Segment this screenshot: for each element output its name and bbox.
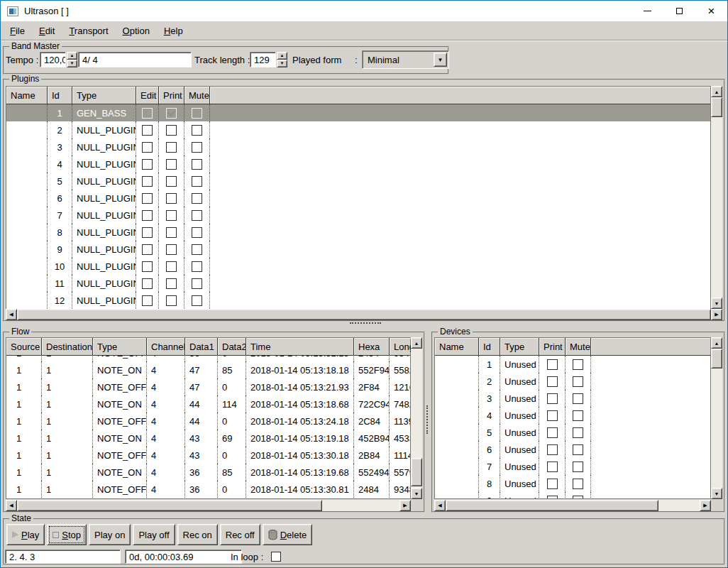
- print-checkbox[interactable]: [547, 444, 558, 455]
- tempo-spin-up-button[interactable]: ▲: [67, 52, 77, 60]
- column-header-source[interactable]: Source: [6, 338, 42, 355]
- edit-checkbox[interactable]: [142, 261, 153, 272]
- column-header-hexa[interactable]: Hexa: [354, 338, 390, 355]
- play-off-button[interactable]: Play off: [133, 524, 175, 545]
- flow-event-row[interactable]: 1 1 NOTE_ON 4 36 85 2018-01-14 05:13:19.…: [6, 464, 410, 481]
- flow-event-row[interactable]: 1 1 NOTE_OFF 4 43 0 2018-01-14 05:13:30.…: [6, 447, 410, 464]
- scrollbar-thumb[interactable]: [711, 349, 722, 368]
- column-header-edit[interactable]: Edit: [136, 87, 159, 104]
- mute-checkbox[interactable]: [192, 210, 202, 221]
- edit-checkbox[interactable]: [142, 159, 153, 170]
- scroll-left-button[interactable]: ◀: [434, 500, 446, 511]
- plugin-row[interactable]: 8 NULL_PLUGIN: [6, 224, 710, 241]
- print-checkbox[interactable]: [166, 227, 177, 238]
- print-checkbox[interactable]: [547, 410, 558, 421]
- column-header-mute[interactable]: Mute: [184, 87, 210, 104]
- print-checkbox[interactable]: [166, 244, 177, 255]
- flow-event-row[interactable]: 1 1 NOTE_ON 4 43 69 2018-01-14 05:13:19.…: [6, 430, 410, 447]
- plugin-row[interactable]: 9 NULL_PLUGIN: [6, 241, 710, 258]
- column-header-id[interactable]: Id: [48, 87, 72, 104]
- flow-event-row[interactable]: 1 1 NOTE_OFF 4 47 0 2018-01-14 05:13:21.…: [6, 378, 410, 395]
- mute-checkbox[interactable]: [192, 227, 202, 238]
- plugin-row[interactable]: 7 NULL_PLUGIN: [6, 207, 710, 224]
- edit-checkbox[interactable]: [142, 295, 153, 306]
- vertical-splitter-handle[interactable]: [426, 405, 429, 434]
- device-row[interactable]: 7 Unused: [435, 458, 710, 475]
- scroll-left-button[interactable]: ◀: [6, 309, 17, 320]
- mute-checkbox[interactable]: [573, 393, 583, 404]
- plugin-row[interactable]: 2 NULL_PLUGIN: [6, 121, 710, 138]
- column-header-mute[interactable]: Mute: [566, 338, 591, 355]
- menu-item-file[interactable]: File: [3, 23, 32, 39]
- mute-checkbox[interactable]: [573, 444, 583, 455]
- print-checkbox[interactable]: [547, 496, 558, 499]
- print-checkbox[interactable]: [166, 176, 177, 187]
- plugin-row[interactable]: 11 NULL_PLUGIN: [6, 275, 710, 292]
- column-header-channel[interactable]: Channel: [147, 338, 185, 355]
- edit-checkbox[interactable]: [142, 193, 153, 204]
- menu-item-edit[interactable]: Edit: [32, 23, 62, 39]
- edit-checkbox[interactable]: [142, 125, 153, 136]
- scroll-down-button[interactable]: ▼: [711, 488, 722, 499]
- scrollbar-track[interactable]: [711, 349, 722, 488]
- print-checkbox[interactable]: [166, 193, 177, 204]
- mute-checkbox[interactable]: [573, 496, 583, 499]
- maximize-button[interactable]: [663, 1, 695, 21]
- column-header-print[interactable]: Print: [539, 338, 566, 355]
- print-checkbox[interactable]: [547, 359, 558, 370]
- column-header-type[interactable]: Type: [72, 87, 136, 104]
- print-checkbox[interactable]: [547, 479, 558, 489]
- device-row[interactable]: 5 Unused: [435, 424, 710, 441]
- column-header-data2[interactable]: Data2: [218, 338, 246, 355]
- edit-checkbox[interactable]: [142, 278, 153, 289]
- print-checkbox[interactable]: [547, 427, 558, 438]
- flow-event-row[interactable]: 1 1 NOTE_OFF 4 36 0 2018-01-14 05:13:32.…: [6, 356, 410, 361]
- menu-item-transport[interactable]: Transport: [62, 23, 115, 39]
- in-loop-checkbox[interactable]: [271, 552, 281, 562]
- scroll-up-button[interactable]: ▲: [411, 337, 422, 349]
- mute-checkbox[interactable]: [192, 159, 202, 170]
- devices-vertical-scrollbar[interactable]: ▲ ▼: [711, 337, 722, 499]
- played-form-select[interactable]: Minimal ▼: [362, 50, 449, 69]
- edit-checkbox[interactable]: [142, 176, 153, 187]
- mute-checkbox[interactable]: [573, 462, 583, 472]
- device-row[interactable]: 9 Unused: [435, 492, 710, 498]
- scrollbar-thumb[interactable]: [711, 97, 722, 117]
- column-header-data1[interactable]: Data1: [185, 338, 218, 355]
- plugin-row[interactable]: 1 GEN_BASS: [6, 104, 710, 121]
- column-header-time[interactable]: Time: [246, 338, 354, 355]
- column-header-destination[interactable]: Destination: [42, 338, 93, 355]
- device-row[interactable]: 6 Unused: [435, 441, 710, 458]
- column-header-print[interactable]: Print: [159, 87, 184, 104]
- print-checkbox[interactable]: [166, 295, 177, 306]
- menu-item-help[interactable]: Help: [157, 23, 190, 39]
- plugin-row[interactable]: 6 NULL_PLUGIN: [6, 190, 710, 207]
- mute-checkbox[interactable]: [192, 193, 202, 204]
- mute-checkbox[interactable]: [573, 359, 583, 370]
- scroll-right-button[interactable]: ▶: [711, 309, 722, 320]
- column-header-name[interactable]: Name: [435, 338, 479, 355]
- minimize-button[interactable]: [632, 1, 663, 21]
- print-checkbox[interactable]: [547, 462, 558, 472]
- device-row[interactable]: 8 Unused: [435, 475, 710, 492]
- scroll-up-button[interactable]: ▲: [711, 337, 722, 349]
- menu-item-option[interactable]: Option: [116, 23, 157, 39]
- track-length-input[interactable]: [250, 52, 276, 67]
- print-checkbox[interactable]: [166, 142, 177, 153]
- close-button[interactable]: ×: [695, 1, 727, 21]
- print-checkbox[interactable]: [166, 159, 177, 170]
- delete-button[interactable]: Delete: [263, 524, 313, 545]
- mute-checkbox[interactable]: [573, 479, 583, 489]
- edit-checkbox[interactable]: [142, 142, 153, 153]
- scroll-down-button[interactable]: ▼: [411, 488, 422, 499]
- track-length-spin-down-button[interactable]: ▼: [277, 60, 287, 67]
- mute-checkbox[interactable]: [192, 244, 202, 255]
- plugin-row[interactable]: 10 NULL_PLUGIN: [6, 258, 710, 275]
- scrollbar-track[interactable]: [446, 500, 700, 511]
- print-checkbox[interactable]: [547, 393, 558, 404]
- mute-checkbox[interactable]: [192, 295, 202, 306]
- mute-checkbox[interactable]: [573, 410, 583, 421]
- edit-checkbox[interactable]: [142, 210, 153, 221]
- scrollbar-thumb[interactable]: [17, 500, 322, 511]
- column-header-type[interactable]: Type: [93, 338, 147, 355]
